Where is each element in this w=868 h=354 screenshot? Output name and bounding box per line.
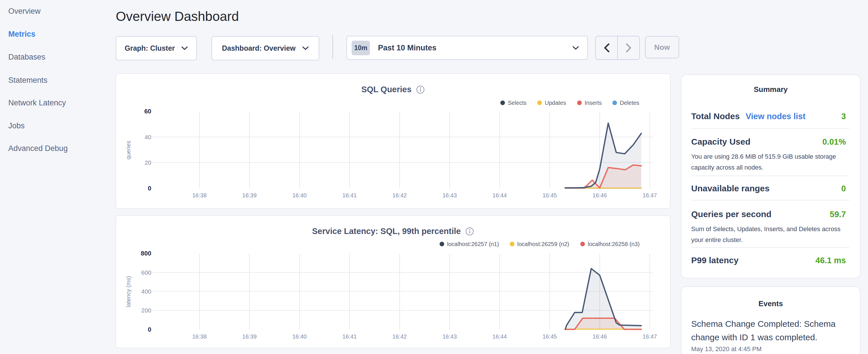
svg-text:600: 600: [141, 269, 151, 276]
svg-text:0: 0: [148, 326, 151, 333]
svg-text:16:47: 16:47: [643, 333, 657, 340]
svg-text:16:38: 16:38: [192, 192, 207, 198]
svg-text:16:42: 16:42: [392, 192, 407, 198]
svg-text:16:38: 16:38: [192, 333, 207, 340]
svg-text:60: 60: [145, 108, 151, 115]
svg-text:0: 0: [148, 185, 151, 192]
svg-text:16:41: 16:41: [342, 333, 357, 340]
svg-text:800: 800: [141, 250, 151, 257]
svg-text:16:41: 16:41: [342, 192, 357, 198]
svg-text:16:42: 16:42: [392, 333, 407, 340]
svg-text:16:44: 16:44: [493, 192, 507, 198]
svg-text:16:40: 16:40: [292, 192, 307, 198]
svg-text:200: 200: [141, 307, 151, 314]
svg-text:40: 40: [145, 134, 151, 140]
svg-text:16:39: 16:39: [242, 333, 257, 340]
svg-text:16:43: 16:43: [442, 192, 457, 198]
svg-text:latency (ms): latency (ms): [125, 276, 131, 307]
svg-text:16:45: 16:45: [542, 192, 557, 198]
svg-text:queries: queries: [125, 141, 131, 160]
svg-text:16:46: 16:46: [593, 333, 607, 340]
svg-text:16:46: 16:46: [593, 192, 607, 198]
svg-text:16:43: 16:43: [442, 333, 457, 340]
svg-text:16:47: 16:47: [643, 192, 657, 198]
svg-text:16:45: 16:45: [542, 333, 557, 340]
svg-text:400: 400: [141, 288, 151, 295]
svg-text:16:39: 16:39: [242, 192, 257, 198]
svg-text:16:40: 16:40: [292, 333, 307, 340]
svg-text:16:44: 16:44: [493, 333, 507, 340]
svg-text:20: 20: [145, 159, 151, 166]
